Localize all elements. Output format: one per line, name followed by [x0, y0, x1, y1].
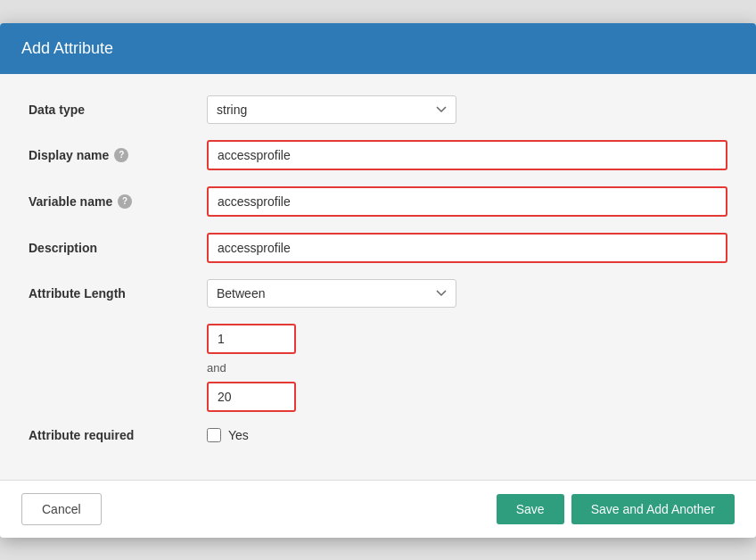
max-input-row [207, 382, 727, 412]
attr-length-control: Between Exactly At least At most [207, 279, 727, 308]
dialog-footer: Cancel Save Save and Add Another [0, 480, 756, 538]
data-type-row: Data type string integer boolean date [29, 95, 727, 124]
attr-length-select[interactable]: Between Exactly At least At most [207, 279, 456, 308]
max-value-input[interactable] [207, 382, 296, 412]
data-type-select[interactable]: string integer boolean date [207, 95, 456, 124]
variable-name-input[interactable] [207, 186, 727, 217]
description-input[interactable] [207, 233, 727, 263]
and-separator: and [207, 358, 727, 378]
min-value-input[interactable] [207, 324, 296, 354]
dialog-body: Data type string integer boolean date Di… [0, 74, 756, 480]
display-name-label: Display name ? [29, 148, 207, 162]
dialog-header: Add Attribute [0, 23, 756, 74]
attr-length-row: Attribute Length Between Exactly At leas… [29, 279, 727, 308]
footer-right-buttons: Save Save and Add Another [497, 494, 735, 524]
cancel-button[interactable]: Cancel [21, 493, 102, 525]
description-control [207, 233, 727, 263]
display-name-help-icon[interactable]: ? [114, 148, 128, 162]
data-type-label: Data type [29, 103, 207, 117]
variable-name-label: Variable name ? [29, 194, 207, 209]
description-label: Description [29, 241, 207, 255]
attr-length-label: Attribute Length [29, 286, 207, 301]
min-value-row: and [29, 324, 727, 412]
data-type-control: string integer boolean date [207, 95, 727, 124]
save-button[interactable]: Save [497, 494, 564, 524]
between-fields: and [207, 324, 727, 412]
attr-required-label: Attribute required [29, 428, 207, 442]
display-name-input[interactable] [207, 140, 727, 170]
attr-required-row: Attribute required Yes [29, 428, 727, 442]
variable-name-row: Variable name ? [29, 186, 727, 217]
display-name-row: Display name ? [29, 140, 727, 170]
attr-required-checkbox-row: Yes [207, 428, 249, 442]
min-input-row [207, 324, 727, 354]
attr-required-yes-label: Yes [228, 428, 249, 442]
save-add-another-button[interactable]: Save and Add Another [571, 494, 735, 524]
display-name-control [207, 140, 727, 170]
dialog-title: Add Attribute [21, 39, 735, 58]
variable-name-help-icon[interactable]: ? [118, 194, 132, 209]
attr-required-checkbox[interactable] [207, 428, 221, 442]
variable-name-control [207, 186, 727, 217]
description-row: Description [29, 233, 727, 263]
